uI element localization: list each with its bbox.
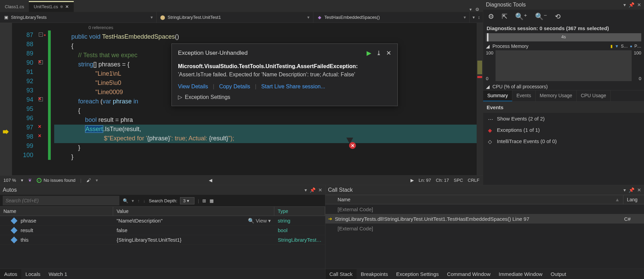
tab-output[interactable]: Output [547,269,570,279]
tab-memory-usage[interactable]: Memory Usage [536,90,577,101]
close-icon[interactable]: ✕ [386,49,391,57]
pin-icon[interactable]: ⊕ [60,4,63,9]
tab-events[interactable]: Events [512,90,536,101]
process-memory-chart[interactable]: 100 0 100 0 [496,50,632,81]
exception-popup: Exception User-Unhandled ▶ ⤓ ✕ Microsoft… [171,43,398,106]
tab-menu-caret-icon[interactable]: ▾ [469,7,472,12]
col-name[interactable]: Name ▲ [325,195,623,204]
stack-frame-external[interactable]: [External Code] [325,224,644,233]
close-icon[interactable]: ✕ [637,2,641,8]
col-name[interactable]: Name [0,207,113,216]
tab-breakpoints[interactable]: Breakpoints [357,269,392,279]
execution-pointer-icon [2,129,9,135]
editor-status-bar: 107 % ▾ ❦ ✓ No issues found | 🖌 ▾ ◀ ▶ Ln… [0,175,483,185]
dropdown-icon[interactable]: ▾ [623,187,626,193]
exception-settings-expander[interactable]: ▷ Exception Settings [178,94,391,100]
diagnostics-timeline[interactable]: 4s [486,33,641,41]
select-tool-icon[interactable]: ⇱ [502,12,508,21]
nav-up-icon[interactable]: ↑ [138,198,140,203]
search-icon[interactable]: 🔍 [123,198,128,203]
scroll-left-icon[interactable]: ◀ [209,178,212,183]
tab-callstack[interactable]: Call Stack [325,269,357,279]
nav-class[interactable]: ⬤ StringLibraryTest.UnitTest1▾ [157,12,313,23]
tree-icon[interactable]: ⊞ [202,198,206,203]
tab-class1[interactable]: Class1.cs [0,1,29,12]
pin-icon[interactable]: 📌 [629,187,634,193]
autos-row[interactable]: phrase "Name\tDescription"🔍View ▾ string [0,216,325,226]
split-icon[interactable]: ↕ [478,15,480,20]
event-show-events[interactable]: ⋯ Show Events (2 of 2) [483,113,644,124]
event-intellitrace[interactable]: ◇ IntelliTrace Events (0 of 0) [483,136,644,147]
zoom-in-icon[interactable]: 🔍⁺ [515,12,527,21]
code-editor[interactable]: 87 88 89 90 91 92 93 94 95 96 97 98 99 1… [0,23,483,175]
pin-icon[interactable]: 📌 [310,187,315,193]
issues-indicator[interactable]: ✓ No issues found [37,178,75,183]
live-share-link[interactable]: Start Live Share session... [261,84,325,90]
autos-row[interactable]: this {StringLibraryTest.UnitTest1} Strin… [0,235,325,245]
autos-header: Autos ▾ 📌 ✕ [0,185,325,195]
search-depth-select[interactable]: 3 ▾ [180,197,194,204]
pin-icon[interactable]: 📌 [629,2,634,8]
char-indicator[interactable]: Ch: 17 [436,178,449,183]
tab-exception-settings[interactable]: Exception Settings [392,269,443,279]
eol-indicator[interactable]: CRLF [468,178,479,183]
autos-panel-tabs: Autos Locals Watch 1 [0,269,325,279]
process-memory-header[interactable]: ◢ Process Memory ▮▼S… ●P… [486,43,641,49]
close-icon[interactable]: ✕ [637,187,641,193]
autos-row[interactable]: result false bool [0,226,325,235]
editor-tab-bar: Class1.cs UnitTest1.cs ⊕ ✕ ▾ ⚙ [0,0,483,12]
nav-method[interactable]: ◆ TestHasEmbeddedSpaces()▾ [313,12,470,23]
grid-icon[interactable]: ▦ [210,198,214,203]
editor-scrollbar[interactable] [477,23,483,175]
copy-details-link[interactable]: Copy Details [219,84,250,90]
magnifier-icon[interactable]: 🔍 [248,218,254,224]
tab-autos[interactable]: Autos [0,269,21,279]
diagnostics-header: Diagnostic Tools ▾ 📌 ✕ [483,0,644,10]
continue-icon[interactable]: ▶ [367,49,371,57]
dropdown-icon[interactable]: ▾ [305,187,307,193]
fold-gutter[interactable]: − ● − × − × × × [36,23,48,175]
stack-frame-external[interactable]: [External Code] [325,204,644,214]
nav-project[interactable]: ▣ StringLibraryTests▾ [0,12,157,23]
col-value[interactable]: Value [113,207,274,216]
fold-toggle-icon[interactable]: − [39,33,43,37]
references-count[interactable]: 0 references [54,23,477,32]
close-icon[interactable]: ✕ [318,187,322,193]
tab-locals[interactable]: Locals [21,269,44,279]
col-lang[interactable]: Lang [623,195,644,204]
current-execution-token: Assert [85,125,103,133]
tab-gear-icon[interactable]: ⚙ [475,7,479,12]
event-exceptions[interactable]: ◆ Exceptions (1 of 1) [483,124,644,136]
col-type[interactable]: Type [274,207,325,216]
stack-frame-current[interactable]: ➔ StringLibraryTests.dll!StringLibraryTe… [325,214,644,224]
cpu-header[interactable]: ◢ CPU (% of all processors) [486,84,641,89]
session-info: Diagnostics session: 0 seconds (367 ms s… [483,23,644,33]
reset-zoom-icon[interactable]: ⟲ [555,12,561,21]
autos-grid-header: Name Value Type [0,206,325,216]
gear-icon[interactable]: ⚙ [488,12,494,21]
scroll-right-icon[interactable]: ▶ [410,178,414,183]
tab-unittest1[interactable]: UnitTest1.cs ⊕ ✕ [29,1,74,12]
nav-down-icon[interactable]: ↓ [143,198,146,203]
indent-indicator[interactable]: SPC [454,178,463,183]
tab-watch1[interactable]: Watch 1 [45,269,71,279]
zoom-level[interactable]: 107 % [3,178,16,183]
tab-summary[interactable]: Summary [483,90,512,101]
class-icon: ⬤ [160,15,166,20]
brush-icon[interactable]: 🖌 [86,178,91,183]
zoom-out-icon[interactable]: 🔍⁻ [535,12,547,21]
tab-command-window[interactable]: Command Window [443,269,495,279]
tab-cpu-usage[interactable]: CPU Usage [577,90,611,101]
zoom-caret-icon[interactable]: ▾ [21,178,23,183]
view-details-link[interactable]: View Details [178,84,208,90]
exception-icon: ◆ [488,127,493,133]
pin-icon[interactable]: ⤓ [376,49,381,57]
close-icon[interactable]: ✕ [65,4,69,9]
variable-icon [11,237,17,243]
health-icon[interactable]: ❦ [28,178,32,183]
nav-caret-icon[interactable]: ▾ [473,15,475,20]
line-indicator[interactable]: Ln: 97 [419,178,431,183]
autos-search-input[interactable] [3,196,119,205]
dropdown-icon[interactable]: ▾ [623,2,626,8]
tab-immediate-window[interactable]: Immediate Window [494,269,547,279]
